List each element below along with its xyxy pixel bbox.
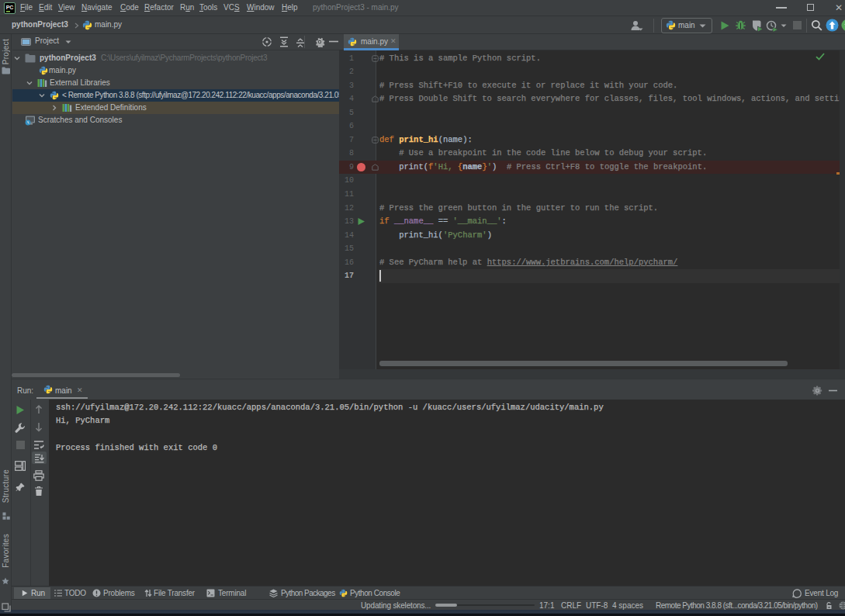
svg-text:PC: PC: [6, 5, 14, 10]
